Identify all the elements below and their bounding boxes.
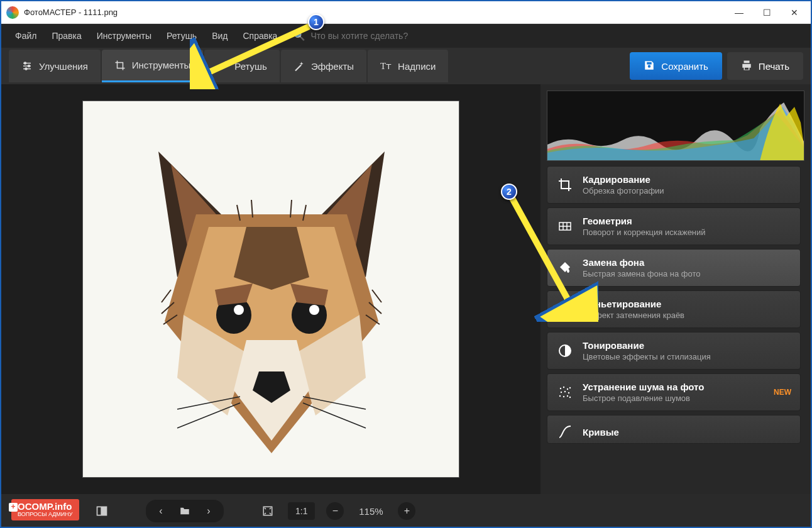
menu-edit[interactable]: Правка: [45, 27, 87, 45]
contrast-icon: [556, 342, 574, 360]
window-title: ФотоМАСТЕР - 1111.png: [24, 8, 118, 17]
annotation-arrow-2: [504, 190, 598, 322]
svg-point-46: [569, 397, 571, 398]
zoom-out-icon[interactable]: −: [326, 502, 344, 520]
tab-label: Инструменты: [132, 60, 191, 70]
curves-icon: [556, 423, 574, 441]
text-icon: Tᴛ: [380, 60, 392, 72]
next-icon[interactable]: ›: [200, 502, 217, 520]
tool-title: Виньетирование: [583, 299, 791, 309]
crop-icon: [114, 60, 126, 71]
canvas-image[interactable]: [82, 101, 459, 478]
search-input[interactable]: [310, 31, 449, 41]
tool-desc: Быстрое подавление шумов: [583, 393, 765, 403]
maximize-button[interactable]: ☐: [760, 8, 773, 18]
save-button[interactable]: Сохранить: [630, 52, 722, 80]
tool-desc: Быстрая замена фона на фото: [583, 269, 791, 278]
annotation-marker-2: 2: [501, 184, 517, 200]
svg-point-20: [234, 305, 244, 315]
tool-desc: Обрезка фотографии: [583, 186, 791, 195]
svg-rect-48: [102, 507, 107, 515]
svg-point-21: [309, 305, 319, 315]
svg-point-3: [25, 62, 26, 64]
svg-point-37: [563, 387, 564, 388]
zoom-in-icon[interactable]: +: [398, 502, 415, 520]
tab-label: Надписи: [398, 61, 436, 72]
histogram[interactable]: [547, 91, 804, 161]
close-button[interactable]: ✕: [788, 8, 801, 18]
fit-icon[interactable]: [259, 502, 277, 520]
tool-desc: Цветовые эффекты и стилизация: [583, 352, 791, 361]
tool-title: Тонирование: [583, 340, 791, 351]
tab-label: Улучшения: [39, 61, 88, 72]
plus-icon: +: [9, 503, 18, 512]
canvas-area: [1, 84, 540, 494]
svg-line-54: [510, 195, 573, 309]
print-icon: [741, 60, 752, 73]
tool-title: Замена фона: [583, 257, 791, 268]
new-badge: NEW: [774, 388, 791, 397]
app-logo-icon: [6, 6, 19, 19]
tab-enhance[interactable]: Улучшения: [9, 50, 101, 82]
tool-title: Кривые: [583, 427, 791, 437]
tab-text[interactable]: Tᴛ Надписи: [368, 50, 448, 82]
svg-point-42: [568, 392, 569, 393]
sliders-icon: [21, 60, 33, 72]
zoom-value: 115%: [355, 506, 387, 517]
svg-point-5: [25, 68, 27, 70]
tool-toning[interactable]: Тонирование Цветовые эффекты и стилизаци…: [547, 332, 801, 370]
watermark-main: OCOMP.info: [18, 502, 73, 512]
print-label: Печать: [759, 61, 789, 72]
print-button[interactable]: Печать: [727, 52, 803, 80]
tool-title: Геометрия: [583, 216, 791, 226]
ratio-button[interactable]: 1:1: [288, 502, 315, 520]
svg-point-43: [559, 395, 561, 397]
noise-icon: [556, 383, 574, 401]
svg-point-45: [567, 395, 568, 397]
tool-desc: Эффект затемнения краёв: [583, 311, 791, 320]
main-area: Кадрирование Обрезка фотографии Геометри…: [1, 84, 811, 494]
svg-point-4: [28, 65, 30, 67]
nav-group: ‹ ›: [146, 500, 224, 522]
svg-point-40: [561, 392, 562, 393]
watermark-badge: + OCOMP.info ВОПРОСЫ АДМИНУ: [11, 499, 79, 520]
menubar: Файл Правка Инструменты Ретушь Вид Справ…: [1, 24, 811, 48]
menu-tools[interactable]: Инструменты: [91, 27, 158, 45]
annotation-arrow-1: [190, 20, 315, 89]
tool-title: Кадрирование: [583, 174, 791, 185]
svg-point-38: [567, 388, 568, 390]
tool-title: Устранение шума на фото: [583, 382, 765, 392]
compare-icon[interactable]: [93, 502, 111, 520]
folder-icon[interactable]: [176, 502, 194, 520]
tool-denoise[interactable]: Устранение шума на фото Быстрое подавлен…: [547, 373, 801, 411]
watermark-sub: ВОПРОСЫ АДМИНУ: [18, 512, 73, 518]
save-label: Сохранить: [661, 61, 708, 72]
titlebar: ФотоМАСТЕР - 1111.png — ☐ ✕: [1, 1, 811, 24]
svg-rect-47: [97, 507, 102, 515]
save-icon: [644, 60, 655, 73]
svg-point-41: [564, 391, 566, 392]
prev-icon[interactable]: ‹: [152, 502, 170, 520]
svg-point-44: [563, 396, 564, 397]
tool-desc: Поворот и коррекция искажений: [583, 228, 791, 237]
svg-point-39: [569, 387, 571, 388]
tab-tools[interactable]: Инструменты: [102, 50, 204, 82]
svg-marker-13: [234, 227, 309, 290]
bottombar: ↶ ↷ ‹ › 1:1 − 115% +: [1, 494, 811, 528]
toolbar: Улучшения Инструменты Ретушь Эффекты Tᴛ …: [1, 48, 811, 84]
annotation-marker-1: 1: [308, 14, 324, 30]
tab-label: Эффекты: [311, 61, 354, 72]
tool-curves[interactable]: Кривые: [547, 415, 801, 444]
minimize-button[interactable]: —: [733, 8, 745, 18]
svg-point-36: [560, 388, 561, 389]
menu-file[interactable]: Файл: [9, 27, 43, 45]
